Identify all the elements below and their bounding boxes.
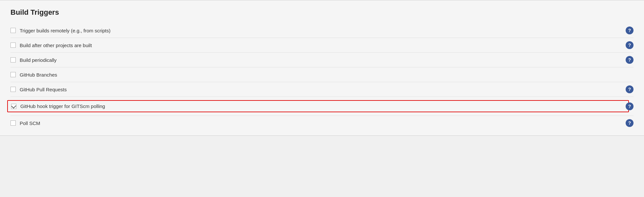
trigger-left-trigger-github-pull: GitHub Pull Requests [10,87,626,92]
checkbox-trigger-periodically[interactable] [10,57,16,63]
trigger-item: GitHub Branches [10,67,634,82]
trigger-left-trigger-github-branches: GitHub Branches [10,72,626,78]
help-icon-trigger-github-hook[interactable]: ? [626,102,634,110]
label-trigger-github-hook[interactable]: GitHub hook trigger for GITScm polling [20,103,105,109]
help-icon-trigger-github-pull[interactable]: ? [626,85,634,93]
trigger-list: Trigger builds remotely (e.g., from scri… [10,23,634,130]
checkbox-trigger-remote[interactable] [10,28,16,33]
trigger-left-trigger-after-projects: Build after other projects are built [10,43,626,48]
help-icon-trigger-after-projects[interactable]: ? [626,41,634,49]
checkbox-trigger-github-branches[interactable] [10,72,16,77]
trigger-item: GitHub hook trigger for GITScm polling? [10,97,634,116]
label-trigger-remote[interactable]: Trigger builds remotely (e.g., from scri… [20,28,111,33]
checkbox-trigger-after-projects[interactable] [10,43,16,48]
trigger-item: Poll SCM? [10,116,634,130]
label-trigger-github-branches[interactable]: GitHub Branches [20,72,57,78]
help-icon-trigger-remote[interactable]: ? [626,27,634,34]
label-trigger-poll-scm[interactable]: Poll SCM [20,120,40,126]
label-trigger-github-pull[interactable]: GitHub Pull Requests [20,87,67,92]
trigger-item: Build periodically? [10,53,634,67]
trigger-left-trigger-poll-scm: Poll SCM [10,120,626,126]
trigger-item: Trigger builds remotely (e.g., from scri… [10,23,634,38]
trigger-item: GitHub Pull Requests? [10,82,634,97]
help-icon-trigger-poll-scm[interactable]: ? [626,119,634,127]
trigger-left-trigger-github-hook: GitHub hook trigger for GITScm polling [7,100,629,112]
checkbox-trigger-poll-scm[interactable] [10,120,16,126]
trigger-left-trigger-periodically: Build periodically [10,57,626,63]
checkbox-trigger-github-hook[interactable] [11,104,16,109]
label-trigger-periodically[interactable]: Build periodically [20,57,57,63]
help-icon-placeholder-trigger-github-branches [626,71,634,79]
build-triggers-section: Build Triggers Trigger builds remotely (… [0,0,644,136]
trigger-left-trigger-remote: Trigger builds remotely (e.g., from scri… [10,28,626,33]
label-trigger-after-projects[interactable]: Build after other projects are built [20,43,92,48]
checkbox-trigger-github-pull[interactable] [10,87,16,92]
section-title: Build Triggers [10,8,634,17]
help-icon-trigger-periodically[interactable]: ? [626,56,634,64]
trigger-item: Build after other projects are built? [10,38,634,53]
page-wrapper: Build Triggers Trigger builds remotely (… [0,0,644,197]
